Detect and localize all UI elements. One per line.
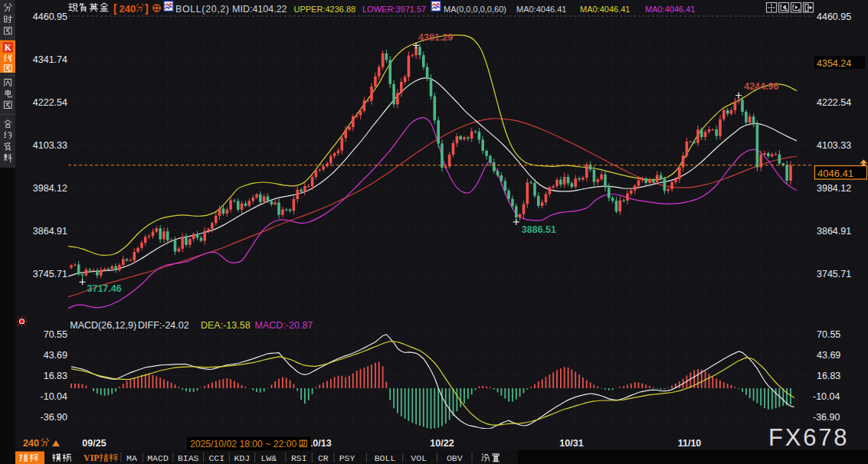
svg-text:4222.54: 4222.54 [817,97,851,108]
svg-text:10/13: 10/13 [307,438,331,449]
svg-text:VOL: VOL [411,453,427,463]
svg-text:43.69: 43.69 [817,350,840,361]
svg-text:240: 240 [120,3,136,15]
svg-text:]: ] [145,2,149,15]
svg-text:4460.95: 4460.95 [817,11,851,22]
svg-text:-36.90: -36.90 [813,412,840,423]
svg-text:PSY: PSY [339,453,355,463]
svg-text:MA0:4046.41: MA0:4046.41 [645,5,695,14]
svg-text:MA0:4046.41: MA0:4046.41 [580,5,630,14]
svg-text:4103.33: 4103.33 [33,140,67,151]
svg-text:70.55: 70.55 [817,329,840,340]
svg-text:MACD(26,12,9): MACD(26,12,9) [70,320,136,331]
svg-text:OBV: OBV [447,453,463,463]
svg-text:4354.24: 4354.24 [817,58,851,69]
svg-text:MA0:4046.41: MA0:4046.41 [516,5,566,14]
svg-text:DIFF:-24.02: DIFF:-24.02 [138,320,189,331]
svg-text:-10.04: -10.04 [813,391,840,402]
svg-text:BOLL(20,2): BOLL(20,2) [175,4,230,15]
svg-text:[: [ [113,2,117,15]
svg-text:4222.54: 4222.54 [33,97,67,108]
svg-text:-36.90: -36.90 [41,412,67,423]
svg-text:K: K [5,43,11,52]
svg-text:DEA:-13.58: DEA:-13.58 [201,320,251,331]
svg-text:4103.33: 4103.33 [817,140,851,151]
svg-text:240: 240 [23,438,39,449]
svg-text:3984.12: 3984.12 [817,183,851,194]
svg-text:KDJ: KDJ [234,453,251,463]
svg-text:MACD:-20.87: MACD:-20.87 [255,320,313,331]
svg-text:16.83: 16.83 [817,371,840,381]
svg-text:MACD: MACD [147,453,169,463]
svg-text:CCI: CCI [208,453,224,463]
svg-text:3864.91: 3864.91 [33,226,67,237]
svg-text:4046.41: 4046.41 [817,168,853,179]
svg-text:70.55: 70.55 [44,329,67,340]
svg-text:16.83: 16.83 [44,371,67,381]
svg-text:-10.04: -10.04 [41,391,67,402]
svg-text:4244.96: 4244.96 [744,81,778,92]
svg-text:3984.12: 3984.12 [33,183,67,194]
svg-text:3717.46: 3717.46 [87,283,122,294]
svg-text:BOLL: BOLL [375,453,396,463]
svg-text:FX678: FX678 [768,424,849,451]
svg-text:2025/10/02 18:00 ~ 22:00: 2025/10/02 18:00 ~ 22:00 [190,439,296,449]
svg-text:3745.71: 3745.71 [817,269,851,279]
svg-text:VIP: VIP [84,453,100,463]
svg-text:CR: CR [318,453,329,463]
svg-text:RSI: RSI [291,453,307,463]
svg-text:MA: MA [126,453,137,463]
svg-text:09/25: 09/25 [82,438,106,449]
svg-text:3745.71: 3745.71 [33,269,67,279]
svg-text:10/31: 10/31 [559,438,583,449]
svg-text:3864.91: 3864.91 [817,226,851,237]
svg-text:LW&: LW& [260,453,277,463]
svg-text:11/10: 11/10 [678,438,702,449]
svg-text:3886.51: 3886.51 [522,224,556,235]
svg-text:MA(0,0,0,0,0,60): MA(0,0,0,0,0,60) [444,5,506,14]
svg-text:43.69: 43.69 [44,350,67,361]
svg-text:MID:4104.22: MID:4104.22 [232,4,287,15]
svg-text:LOWER:3971.57: LOWER:3971.57 [362,5,426,14]
svg-text:4341.74: 4341.74 [33,54,67,65]
svg-text:4381.29: 4381.29 [418,32,453,43]
svg-text:BIAS: BIAS [178,453,199,463]
svg-text:UPPER:4236.88: UPPER:4236.88 [294,5,356,14]
svg-text:10/22: 10/22 [430,438,454,449]
svg-text:4460.95: 4460.95 [33,11,67,22]
